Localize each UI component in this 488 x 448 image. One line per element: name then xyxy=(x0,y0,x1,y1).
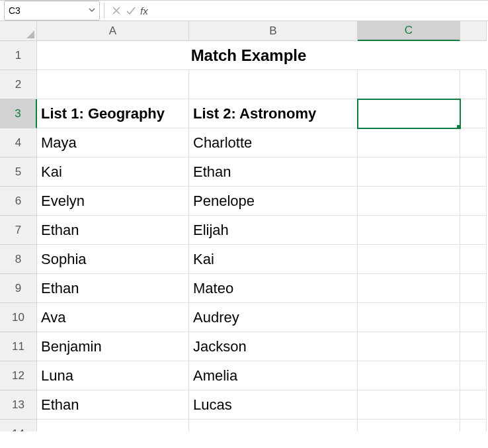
cell-b9[interactable]: Mateo xyxy=(189,274,358,303)
column-header-row: A B C xyxy=(0,21,488,41)
row-3: 3 List 1: Geography List 2: Astronomy xyxy=(0,99,488,128)
column-header-b[interactable]: B xyxy=(189,21,358,41)
name-box[interactable]: C3 xyxy=(4,1,100,21)
row-11: 11BenjaminJackson xyxy=(0,332,488,361)
row-12: 12LunaAmelia xyxy=(0,361,488,390)
cell-a4[interactable]: Maya xyxy=(37,128,189,157)
cell-d5[interactable] xyxy=(460,157,487,187)
cell-d11[interactable] xyxy=(460,332,487,361)
cell-d7[interactable] xyxy=(460,216,487,245)
cell-b13[interactable]: Lucas xyxy=(189,390,358,420)
cell-a10[interactable]: Ava xyxy=(37,303,189,332)
cell-c4[interactable] xyxy=(358,128,460,157)
cell-b10[interactable]: Audrey xyxy=(189,303,358,332)
cell-c10[interactable] xyxy=(358,303,460,332)
row-header-12[interactable]: 12 xyxy=(0,361,37,390)
spreadsheet-grid: A B C 1 Match Example 2 3 List 1: Geogra… xyxy=(0,21,488,431)
cell-c9[interactable] xyxy=(358,274,460,303)
row-header-1[interactable]: 1 xyxy=(0,41,37,70)
row-header-11[interactable]: 11 xyxy=(0,332,37,361)
row-header-7[interactable]: 7 xyxy=(0,216,37,245)
row-2: 2 xyxy=(0,70,488,99)
select-all-corner[interactable] xyxy=(0,21,37,41)
cell-a8[interactable]: Sophia xyxy=(37,245,189,274)
cell-c11[interactable] xyxy=(358,332,460,361)
name-box-value: C3 xyxy=(9,5,86,16)
row-header-8[interactable]: 8 xyxy=(0,245,37,274)
cell-a2[interactable] xyxy=(37,70,189,99)
cell-b4[interactable]: Charlotte xyxy=(189,128,358,157)
cell-d1[interactable] xyxy=(460,41,487,70)
cell-c1[interactable] xyxy=(358,41,460,70)
row-header-2[interactable]: 2 xyxy=(0,70,37,99)
cell-c5[interactable] xyxy=(358,157,460,187)
column-header-c[interactable]: C xyxy=(358,21,460,41)
cancel-icon[interactable] xyxy=(110,4,123,17)
row-8: 8SophiaKai xyxy=(0,245,488,274)
cell-b11[interactable]: Jackson xyxy=(189,332,358,361)
cell-b1[interactable] xyxy=(189,41,358,70)
cell-d3[interactable] xyxy=(460,99,487,128)
column-header-d[interactable] xyxy=(460,21,487,41)
cell-d6[interactable] xyxy=(460,187,487,216)
cell-c14[interactable] xyxy=(358,420,460,431)
cell-a6[interactable]: Evelyn xyxy=(37,187,189,216)
cell-c3[interactable] xyxy=(358,99,460,128)
column-header-a[interactable]: A xyxy=(37,21,189,41)
fx-icon[interactable]: fx xyxy=(139,5,152,17)
chevron-down-icon[interactable] xyxy=(86,7,95,15)
cell-a11[interactable]: Benjamin xyxy=(37,332,189,361)
cell-a9[interactable]: Ethan xyxy=(37,274,189,303)
cell-a12[interactable]: Luna xyxy=(37,361,189,390)
row-header-6[interactable]: 6 xyxy=(0,187,37,216)
row-14: 14 xyxy=(0,420,488,431)
cell-b14[interactable] xyxy=(189,420,358,431)
cell-a13[interactable]: Ethan xyxy=(37,390,189,420)
row-header-4[interactable]: 4 xyxy=(0,128,37,157)
cell-c2[interactable] xyxy=(358,70,460,99)
cell-d10[interactable] xyxy=(460,303,487,332)
row-header-13[interactable]: 13 xyxy=(0,390,37,420)
cell-d4[interactable] xyxy=(460,128,487,157)
row-header-14[interactable]: 14 xyxy=(0,420,37,431)
cell-a7[interactable]: Ethan xyxy=(37,216,189,245)
row-5: 5KaiEthan xyxy=(0,157,488,187)
row-6: 6EvelynPenelope xyxy=(0,187,488,216)
cell-d8[interactable] xyxy=(460,245,487,274)
cell-d2[interactable] xyxy=(460,70,487,99)
cell-a3[interactable]: List 1: Geography xyxy=(37,99,189,128)
cell-d14[interactable] xyxy=(460,420,487,431)
row-4: 4MayaCharlotte xyxy=(0,128,488,157)
row-13: 13EthanLucas xyxy=(0,390,488,420)
cell-c6[interactable] xyxy=(358,187,460,216)
enter-icon[interactable] xyxy=(124,4,138,17)
cell-d13[interactable] xyxy=(460,390,487,420)
cell-b7[interactable]: Elijah xyxy=(189,216,358,245)
cell-a1[interactable] xyxy=(37,41,189,70)
cell-b2[interactable] xyxy=(189,70,358,99)
cell-c8[interactable] xyxy=(358,245,460,274)
row-header-3[interactable]: 3 xyxy=(0,99,37,128)
cell-a14[interactable] xyxy=(37,420,189,431)
row-header-9[interactable]: 9 xyxy=(0,274,37,303)
cell-a5[interactable]: Kai xyxy=(37,157,189,187)
cell-d9[interactable] xyxy=(460,274,487,303)
row-header-10[interactable]: 10 xyxy=(0,303,37,332)
row-7: 7EthanElijah xyxy=(0,216,488,245)
cell-c13[interactable] xyxy=(358,390,460,420)
row-1: 1 Match Example xyxy=(0,41,488,70)
cell-d12[interactable] xyxy=(460,361,487,390)
formula-buttons: fx xyxy=(108,4,153,17)
cell-b12[interactable]: Amelia xyxy=(189,361,358,390)
formula-bar: C3 fx xyxy=(0,0,488,21)
cell-b3[interactable]: List 2: Astronomy xyxy=(189,99,358,128)
row-header-5[interactable]: 5 xyxy=(0,157,37,187)
cell-c12[interactable] xyxy=(358,361,460,390)
cell-b6[interactable]: Penelope xyxy=(189,187,358,216)
cell-c7[interactable] xyxy=(358,216,460,245)
row-10: 10AvaAudrey xyxy=(0,303,488,332)
row-9: 9EthanMateo xyxy=(0,274,488,303)
formula-input[interactable] xyxy=(153,1,488,20)
cell-b8[interactable]: Kai xyxy=(189,245,358,274)
cell-b5[interactable]: Ethan xyxy=(189,157,358,187)
